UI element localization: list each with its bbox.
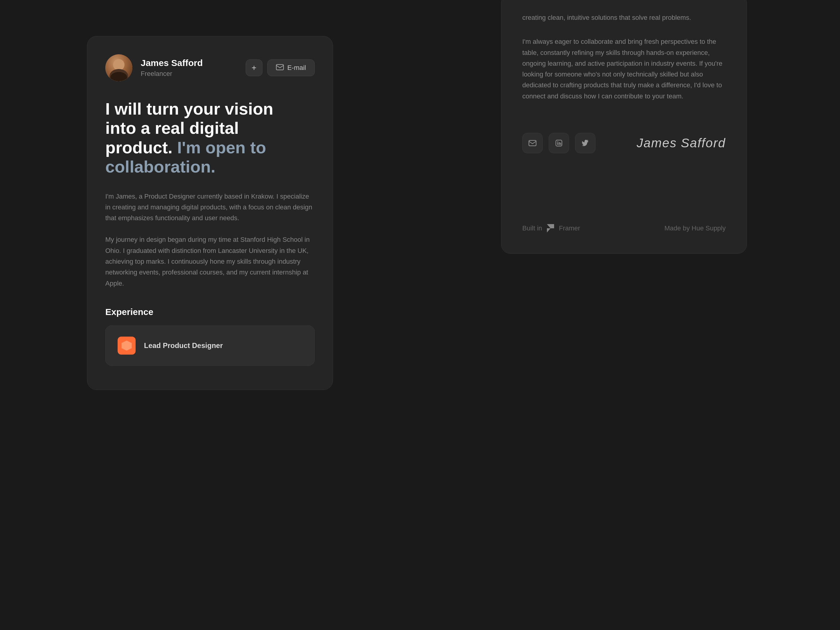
right-para-2: I'm always eager to collaborate and brin… bbox=[522, 36, 726, 102]
card-header: James Safford Freelancer + E-mail bbox=[105, 54, 315, 81]
svg-rect-0 bbox=[276, 65, 284, 70]
email-social-button[interactable] bbox=[522, 133, 543, 153]
hero-line3: product. I'm open to bbox=[105, 138, 315, 157]
email-icon bbox=[276, 64, 284, 72]
hero-line4: collaboration. bbox=[105, 157, 315, 177]
header-buttons: + E-mail bbox=[246, 59, 315, 76]
made-by-label: Made by Hue Supply bbox=[665, 224, 726, 232]
profile-name: James Safford bbox=[141, 58, 237, 68]
bio-para-1: I'm James, a Product Designer currently … bbox=[105, 191, 315, 224]
footer-bar: Built in Framer Made by Hue Supply bbox=[522, 213, 726, 232]
hero-text: I will turn your vision into a real digi… bbox=[105, 99, 315, 177]
experience-title: Experience bbox=[105, 307, 315, 317]
svg-rect-3 bbox=[557, 142, 558, 145]
signature: James Safford bbox=[636, 136, 726, 150]
linkedin-social-button[interactable] bbox=[549, 133, 569, 153]
experience-card: Lead Product Designer bbox=[105, 325, 315, 366]
profile-role: Freelancer bbox=[141, 70, 237, 78]
hero-line1: I will turn your vision bbox=[105, 99, 315, 118]
svg-rect-1 bbox=[529, 141, 536, 146]
left-panel: James Safford Freelancer + E-mail bbox=[0, 0, 420, 630]
email-button[interactable]: E-mail bbox=[267, 59, 315, 76]
name-section: James Safford Freelancer bbox=[141, 58, 237, 78]
bio-para-2: My journey in design began during my tim… bbox=[105, 234, 315, 289]
framer-icon-shape bbox=[547, 224, 554, 232]
bio-section: I'm James, a Product Designer currently … bbox=[105, 191, 315, 289]
right-content: creating clean, intuitive solutions that… bbox=[522, 12, 726, 232]
email-label: E-mail bbox=[287, 64, 306, 72]
built-in-label: Built in Framer bbox=[522, 224, 580, 232]
hero-line2: into a real digital bbox=[105, 118, 315, 138]
twitter-social-button[interactable] bbox=[575, 133, 595, 153]
right-para-1: creating clean, intuitive solutions that… bbox=[522, 12, 726, 23]
exp-job-title: Lead Product Designer bbox=[144, 341, 223, 350]
avatar bbox=[105, 54, 132, 81]
social-row: James Safford bbox=[522, 133, 726, 153]
signature-text: James Safford bbox=[636, 136, 726, 150]
svg-point-4 bbox=[557, 141, 558, 142]
right-panel: creating clean, intuitive solutions that… bbox=[420, 0, 840, 630]
page-wrapper: James Safford Freelancer + E-mail bbox=[0, 0, 840, 630]
exp-company-icon bbox=[118, 336, 136, 355]
framer-logo-icon bbox=[546, 224, 555, 232]
avatar-inner bbox=[105, 54, 132, 81]
add-button[interactable]: + bbox=[246, 59, 262, 76]
exp-icon-shape bbox=[122, 341, 132, 351]
left-card: James Safford Freelancer + E-mail bbox=[87, 36, 333, 390]
right-card: creating clean, intuitive solutions that… bbox=[501, 0, 747, 254]
avatar-shirt bbox=[111, 72, 127, 81]
